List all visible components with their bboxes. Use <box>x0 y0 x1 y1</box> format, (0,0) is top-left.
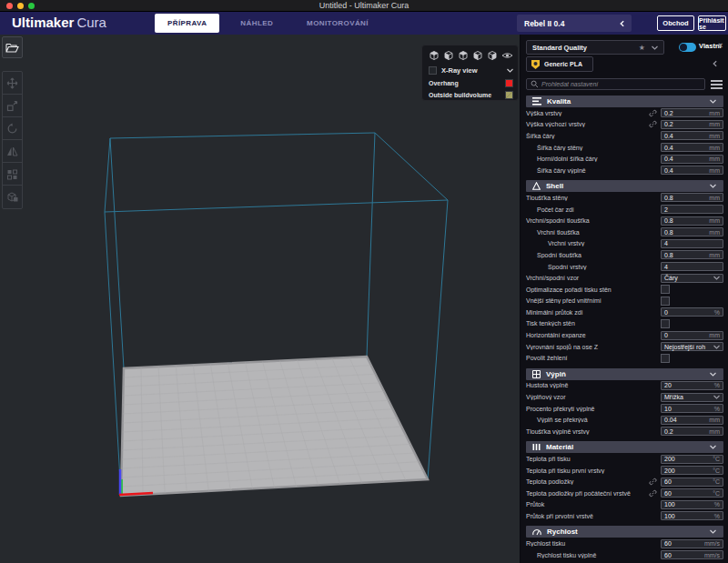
category-header-1[interactable]: Shell <box>526 180 723 192</box>
infill-icon <box>532 370 541 378</box>
setting-input[interactable]: 4 <box>661 239 723 248</box>
view-left-icon[interactable] <box>472 50 483 61</box>
setting-input[interactable]: 60mm/s <box>661 539 723 548</box>
stage-tab-1[interactable]: NÁHLED <box>228 14 286 33</box>
build-volume-scene <box>0 35 521 563</box>
settings-search[interactable] <box>526 78 705 90</box>
setting-input[interactable]: 0.4mm <box>661 143 723 152</box>
support-blocker-button[interactable] <box>3 186 22 208</box>
setting-input[interactable]: 0.04mm <box>661 416 723 425</box>
open-file-button[interactable] <box>2 36 23 58</box>
marketplace-button[interactable]: Obchod <box>657 15 694 31</box>
setting-row: Šířka čáry výplně0.4mm <box>526 165 723 176</box>
chevron-down-icon <box>709 370 717 378</box>
setting-row: Počet čar zdi2 <box>526 204 723 216</box>
legend-outside-buildvolume: Outside buildvolume <box>422 90 520 100</box>
setting-input[interactable]: 4 <box>661 262 723 271</box>
sign-in-button[interactable]: Přihlásit se <box>698 15 726 31</box>
setting-input[interactable]: 2 <box>661 205 723 214</box>
category-header-4[interactable]: Rychlost <box>526 526 723 538</box>
setting-checkbox[interactable] <box>661 297 670 306</box>
setting-checkbox[interactable] <box>661 319 670 328</box>
setting-row: Šířka čáry0.4mm <box>526 130 723 142</box>
setting-checkbox[interactable] <box>661 354 670 363</box>
move-icon <box>6 77 18 89</box>
stage-tab-0[interactable]: PŘÍPRAVA <box>155 14 219 33</box>
extruder-material-tab[interactable]: Generic PLA <box>526 56 593 72</box>
view-xray-icon[interactable] <box>501 50 513 61</box>
setting-input[interactable]: 0.8mm <box>661 250 723 259</box>
setting-row: Výplň se překrývá0.04mm <box>526 414 723 426</box>
link-icon <box>649 120 657 128</box>
setting-input[interactable]: 0.2mm <box>661 120 723 129</box>
stage-tabs: PŘÍPRAVANÁHLEDMONITOROVÁNÍ <box>155 14 381 33</box>
per-model-settings-button[interactable] <box>3 163 22 186</box>
setting-row: Výška vrstvy0.2mm <box>526 107 723 119</box>
app-header: UltimakerCura PŘÍPRAVANÁHLEDMONITOROVÁNÍ… <box>0 12 728 35</box>
scale-tool-button[interactable] <box>3 95 22 117</box>
mirror-tool-button[interactable] <box>3 140 22 163</box>
setting-input[interactable]: 100% <box>661 511 723 520</box>
move-tool-button[interactable] <box>3 72 22 95</box>
view-orientation-icons <box>422 49 520 61</box>
setting-input[interactable]: 200°C <box>661 455 723 464</box>
speed-icon <box>532 528 541 536</box>
setting-input[interactable]: 0.4mm <box>661 166 723 175</box>
setting-input[interactable]: 10% <box>661 404 723 413</box>
setting-input[interactable]: 0.4mm <box>661 131 723 140</box>
setting-row: Vnější stěny před vnitřními <box>526 296 723 307</box>
setting-dropdown[interactable]: Čáry <box>661 274 723 283</box>
setting-input[interactable]: 60mm/s <box>661 550 723 559</box>
category-header-2[interactable]: Výplň <box>526 368 723 380</box>
setting-row: Povolit žehlení <box>526 352 723 364</box>
view-top-icon[interactable] <box>458 50 469 61</box>
setting-input[interactable]: 0mm <box>661 331 723 340</box>
settings-menu-icon[interactable] <box>711 80 723 89</box>
viewport-3d[interactable]: X-Ray view Overhang Outside buildvolume <box>0 35 521 563</box>
setting-checkbox[interactable] <box>661 285 670 294</box>
setting-dropdown[interactable]: Mřížka <box>661 393 723 402</box>
setting-input[interactable]: 0.2mm <box>661 427 723 436</box>
category-header-3[interactable]: Materiál <box>526 441 723 453</box>
custom-settings-toggle[interactable] <box>679 43 696 52</box>
chevron-down-icon <box>506 66 514 75</box>
chevron-down-icon <box>651 44 659 52</box>
printer-selector[interactable]: Rebel II 0.4 <box>517 15 632 32</box>
view-3d-icon[interactable] <box>429 50 440 61</box>
view-mode-dropdown[interactable]: X-Ray view <box>422 65 520 75</box>
setting-row: Průtok při prvotní vrstvě100% <box>526 510 723 522</box>
setting-row: Tisk tenkých stěn <box>526 318 723 330</box>
category-header-0[interactable]: Kvalita <box>526 96 723 107</box>
setting-input[interactable]: 0.8mm <box>661 227 723 236</box>
rotate-tool-button[interactable] <box>3 117 22 140</box>
setting-row: Spodní tloušťka0.8mm <box>526 249 723 261</box>
stage-tab-2[interactable]: MONITOROVÁNÍ <box>294 14 381 33</box>
setting-dropdown[interactable]: Nejostřejší roh <box>661 342 723 351</box>
app-logo: UltimakerCura <box>12 15 106 30</box>
window-title: Untitled - Ultimaker Cura <box>0 1 728 10</box>
setting-input[interactable]: 100% <box>661 500 723 509</box>
setting-input[interactable]: 0.8mm <box>661 216 723 226</box>
setting-input[interactable]: 0.4mm <box>661 155 723 164</box>
setting-input[interactable]: 60°C <box>661 488 723 498</box>
setting-input[interactable]: 0% <box>661 307 723 317</box>
view-right-icon[interactable] <box>487 50 498 61</box>
chevron-left-icon[interactable] <box>712 60 719 67</box>
close-icon[interactable]: × <box>718 41 723 50</box>
scale-icon <box>6 100 18 112</box>
setting-input[interactable]: 20% <box>661 381 723 390</box>
setting-input[interactable]: 200°C <box>661 466 723 475</box>
setting-input[interactable]: 0.8mm <box>661 193 723 202</box>
chevron-down-icon <box>713 343 721 351</box>
search-input[interactable] <box>539 81 704 87</box>
setting-row: Hustota výplně20% <box>526 380 723 392</box>
setting-input[interactable]: 60°C <box>661 478 723 487</box>
view-front-icon[interactable] <box>443 50 454 61</box>
material-name: Generic PLA <box>544 61 582 67</box>
setting-input[interactable]: 0.2mm <box>661 108 723 117</box>
shell-icon <box>532 182 541 190</box>
setting-row: Teplota při tisku první vrstvy200°C <box>526 465 723 477</box>
profile-dropdown[interactable]: Standard Quality ★ <box>526 40 664 55</box>
setting-row: Výplňový vzorMřížka <box>526 391 723 403</box>
setting-row: Šířka čáry stěny0.4mm <box>526 142 723 154</box>
